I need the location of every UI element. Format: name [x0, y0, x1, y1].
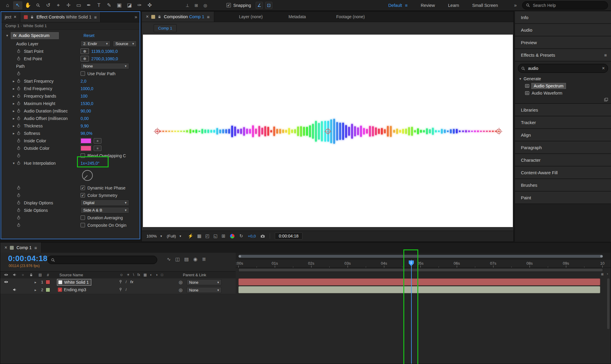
navigator-end-handle[interactable]: [600, 255, 603, 257]
stopwatch-icon[interactable]: [17, 139, 20, 143]
color-swatch[interactable]: [81, 146, 91, 151]
property-value[interactable]: 2700,0,1080,0: [91, 56, 118, 61]
dropdown[interactable]: Source: [113, 41, 137, 47]
color-options-button[interactable]: ≡: [94, 138, 101, 144]
lock-icon[interactable]: [158, 15, 161, 18]
shy-toggle-icon[interactable]: [119, 288, 122, 292]
layer-anchor-point-handle[interactable]: [325, 129, 331, 134]
workspace-review[interactable]: Review: [421, 3, 435, 8]
snapping-checkbox[interactable]: [226, 3, 231, 7]
stopwatch-icon[interactable]: [17, 101, 20, 105]
checkbox[interactable]: [81, 193, 85, 198]
panel-header-align[interactable]: Align: [515, 129, 611, 141]
effect-selection[interactable]: fx Audio Spectrum: [11, 32, 59, 39]
layer-audio-toggle[interactable]: [13, 288, 17, 291]
workspace-default[interactable]: Default: [388, 3, 402, 8]
tab-metadata[interactable]: Metadata: [288, 14, 306, 19]
property-value[interactable]: 90,00: [81, 109, 91, 113]
checkbox[interactable]: [81, 223, 85, 227]
layer-name[interactable]: Ending.mp3: [64, 287, 86, 292]
stopwatch-icon[interactable]: [17, 131, 20, 135]
property-value[interactable]: 1x+245,0°: [81, 161, 100, 166]
workspace-small-screen[interactable]: Small Screen: [472, 3, 498, 8]
reset-exposure-icon[interactable]: ↻: [239, 233, 243, 239]
composition-tab[interactable]: Composition Comp 1: [142, 12, 214, 22]
point-picker-button[interactable]: [81, 48, 89, 54]
dropdown[interactable]: Digital: [81, 200, 129, 206]
panel-header-effects-presets[interactable]: Effects & Presets: [515, 49, 611, 61]
vertical-scrollbar[interactable]: [607, 278, 610, 329]
snap-to-features-icon[interactable]: ⊡: [265, 2, 272, 9]
twirl-icon[interactable]: [12, 87, 16, 91]
current-timecode[interactable]: 0:00:04:18: [8, 254, 47, 263]
snapshot-icon[interactable]: [260, 235, 265, 238]
checkbox[interactable]: [81, 186, 85, 190]
checkbox[interactable]: [81, 71, 85, 76]
twirl-icon[interactable]: [12, 101, 16, 106]
layer-1-duration-bar[interactable]: [238, 278, 600, 286]
world-axis-mode[interactable]: ⊞: [192, 1, 200, 10]
timeline-search-input[interactable]: [57, 257, 154, 263]
stopwatch-icon[interactable]: [17, 79, 20, 83]
parent-pickwhip-icon[interactable]: [179, 287, 183, 293]
channel-icon[interactable]: [230, 234, 234, 238]
stopwatch-icon[interactable]: [17, 116, 20, 120]
stopwatch-icon[interactable]: [17, 154, 20, 158]
stopwatch-icon[interactable]: [17, 186, 20, 190]
help-search[interactable]: [522, 1, 608, 10]
home-tool[interactable]: ⌂: [3, 1, 12, 10]
layer-name-cell[interactable]: White Solid 1: [57, 279, 91, 286]
panel-header-audio[interactable]: Audio: [515, 24, 611, 36]
type-tool[interactable]: T: [94, 1, 104, 10]
pen-tool[interactable]: ✒: [84, 1, 93, 10]
zoom-tool[interactable]: [33, 1, 43, 10]
camera-tool[interactable]: ⌖: [54, 1, 63, 10]
hue-dial[interactable]: [81, 169, 94, 182]
local-axis-mode[interactable]: ⊥: [183, 1, 191, 10]
layer-twirl-icon[interactable]: [34, 288, 37, 292]
stopwatch-icon[interactable]: [17, 208, 20, 212]
hand-tool[interactable]: ✋: [23, 1, 33, 10]
timeline-search[interactable]: [47, 256, 157, 264]
stopwatch-icon[interactable]: [17, 161, 20, 165]
twirl-icon[interactable]: [12, 161, 16, 165]
panel-overflow-chevron[interactable]: [135, 14, 137, 20]
panel-header-preview[interactable]: Preview: [515, 36, 611, 48]
frame-blending-icon[interactable]: ◉: [193, 256, 198, 262]
panel-menu-icon[interactable]: [207, 15, 210, 19]
track-toggle-icon[interactable]: ◔: [606, 272, 608, 276]
panel-menu-icon[interactable]: [34, 246, 37, 250]
close-tab-icon[interactable]: [4, 245, 7, 250]
brush-tool[interactable]: ✎: [104, 1, 114, 10]
spectrum-start-point-handle[interactable]: [155, 129, 160, 134]
source-name-column[interactable]: Source Name: [59, 273, 83, 277]
effect-item-audio-waveform[interactable]: Audio Waveform: [515, 90, 611, 97]
twirl-icon[interactable]: [519, 77, 522, 81]
grid-guides-icon[interactable]: ⊞: [222, 233, 226, 239]
stopwatch-icon[interactable]: [17, 223, 20, 227]
twirl-icon[interactable]: [12, 109, 16, 113]
stopwatch-icon[interactable]: [17, 193, 20, 197]
workspace-overflow-chevron[interactable]: [514, 3, 517, 8]
timeline-tab[interactable]: Comp 1: [0, 243, 41, 253]
stopwatch-icon[interactable]: [17, 124, 20, 128]
graph-editor-icon[interactable]: ≣: [202, 256, 206, 262]
composition-mini-flowchart-icon[interactable]: ∿: [167, 256, 171, 262]
resolution-dropdown[interactable]: (Full): [167, 234, 181, 238]
exposure-offset[interactable]: +0,0: [248, 234, 256, 238]
audio-column-icon[interactable]: [13, 273, 17, 277]
reset-button[interactable]: Reset: [84, 33, 95, 38]
property-value[interactable]: 1139,0,1080,0: [91, 49, 118, 54]
panel-header-brushes[interactable]: Brushes: [515, 179, 611, 191]
label-color-chip[interactable]: [46, 288, 50, 292]
shape-tool[interactable]: ▭: [74, 1, 83, 10]
comp-chip-button[interactable]: Comp 1: [154, 24, 177, 32]
layer-name-cell[interactable]: Ending.mp3: [57, 287, 89, 293]
property-value[interactable]: 100: [81, 94, 87, 98]
layer-name[interactable]: White Solid 1: [64, 280, 89, 285]
eraser-tool[interactable]: ◪: [125, 1, 134, 10]
lock-icon[interactable]: [30, 15, 34, 19]
navigator-start-handle[interactable]: [239, 255, 241, 257]
tab-footage[interactable]: Footage (none): [336, 14, 365, 19]
layer-row-white-solid[interactable]: 1 White Solid 1 fx None: [0, 278, 236, 286]
